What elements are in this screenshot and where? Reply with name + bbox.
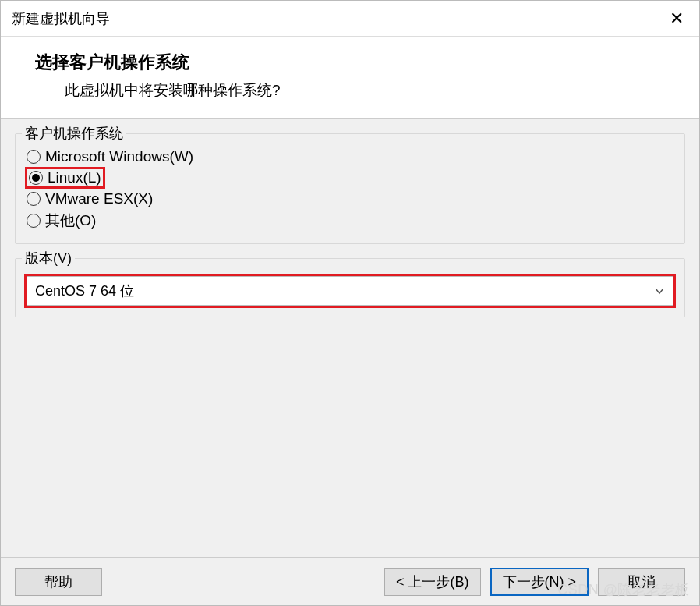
radio-windows[interactable]: Microsoft Windows(W) xyxy=(27,147,193,167)
radio-icon xyxy=(27,150,41,164)
version-group-legend: 版本(V) xyxy=(22,249,75,268)
back-button[interactable]: < 上一步(B) xyxy=(384,568,481,596)
os-group-legend: 客户机操作系统 xyxy=(22,124,126,143)
radio-label: Linux(L) xyxy=(48,169,101,186)
os-radio-list: Microsoft Windows(W) Linux(L) VMware ESX… xyxy=(27,144,673,232)
help-button[interactable]: 帮助 xyxy=(15,568,102,596)
next-button[interactable]: 下一步(N) > xyxy=(490,568,589,596)
version-select-value: CentOS 7 64 位 xyxy=(35,282,134,300)
wizard-dialog: 新建虚拟机向导 ✕ 选择客户机操作系统 此虚拟机中将安装哪种操作系统? 客户机操… xyxy=(0,0,700,606)
body-area: 客户机操作系统 Microsoft Windows(W) Linux(L) VM… xyxy=(1,119,699,557)
radio-other[interactable]: 其他(O) xyxy=(27,209,96,232)
version-select[interactable]: CentOS 7 64 位 xyxy=(27,276,673,306)
page-title: 选择客户机操作系统 xyxy=(35,51,699,74)
titlebar: 新建虚拟机向导 ✕ xyxy=(1,1,699,37)
radio-icon xyxy=(27,192,41,206)
chevron-down-icon xyxy=(654,285,665,296)
radio-label: 其他(O) xyxy=(45,211,96,231)
radio-label: Microsoft Windows(W) xyxy=(45,148,193,165)
radio-icon xyxy=(27,214,41,228)
cancel-button[interactable]: 取消 xyxy=(598,568,685,596)
page-subtitle: 此虚拟机中将安装哪种操作系统? xyxy=(35,80,699,101)
radio-vmware-esx[interactable]: VMware ESX(X) xyxy=(27,189,153,209)
close-icon[interactable]: ✕ xyxy=(665,9,688,29)
footer: 帮助 < 上一步(B) 下一步(N) > 取消 xyxy=(1,557,699,605)
header-block: 选择客户机操作系统 此虚拟机中将安装哪种操作系统? xyxy=(1,37,699,119)
os-group: 客户机操作系统 Microsoft Windows(W) Linux(L) VM… xyxy=(15,133,685,244)
version-group: 版本(V) CentOS 7 64 位 xyxy=(15,258,685,317)
window-title: 新建虚拟机向导 xyxy=(12,9,110,28)
radio-linux[interactable]: Linux(L) xyxy=(25,167,105,189)
radio-icon xyxy=(29,171,43,185)
radio-label: VMware ESX(X) xyxy=(45,190,153,207)
